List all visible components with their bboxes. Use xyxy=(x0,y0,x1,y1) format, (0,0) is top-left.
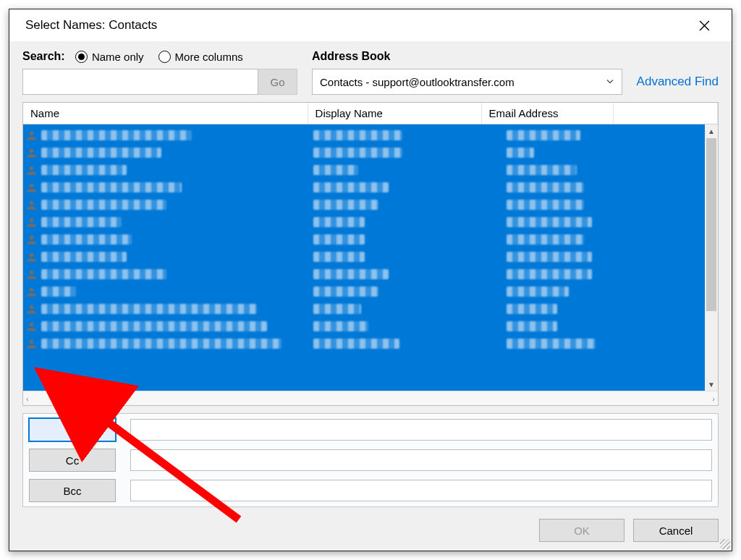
person-icon xyxy=(26,269,37,280)
person-icon xyxy=(26,148,37,158)
person-icon xyxy=(26,130,37,141)
table-row[interactable] xyxy=(26,336,700,352)
scroll-right-icon[interactable]: › xyxy=(712,394,715,403)
vertical-scrollbar[interactable]: ▲ ▼ xyxy=(705,124,718,391)
table-row[interactable] xyxy=(26,318,700,334)
search-input[interactable] xyxy=(22,69,258,95)
contacts-grid: Name Display Name Email Address ▲ ▼ ‹ › xyxy=(22,102,719,406)
ok-button[interactable]: OK xyxy=(539,519,624,542)
dialog-title: Select Names: Contacts xyxy=(25,18,157,33)
radio-name-only[interactable]: Name only xyxy=(75,51,144,63)
person-icon xyxy=(26,252,37,263)
advanced-find-link[interactable]: Advanced Find xyxy=(637,75,719,89)
cc-field[interactable] xyxy=(130,449,712,471)
radio-name-only-label: Name only xyxy=(92,51,144,63)
table-row[interactable] xyxy=(26,232,700,247)
close-button[interactable] xyxy=(688,9,720,41)
scroll-thumb[interactable] xyxy=(706,138,716,311)
address-book-selected: Contacts - support@outlooktransfer.com xyxy=(320,76,515,88)
go-button[interactable]: Go xyxy=(258,69,297,95)
titlebar: Select Names: Contacts xyxy=(9,9,732,41)
table-row[interactable] xyxy=(26,214,700,230)
person-icon xyxy=(26,321,37,332)
person-icon xyxy=(26,287,37,297)
table-row[interactable] xyxy=(26,145,700,161)
address-book-select[interactable]: Contacts - support@outlooktransfer.com xyxy=(312,69,622,95)
person-icon xyxy=(26,234,37,245)
scroll-down-icon[interactable]: ▼ xyxy=(705,378,718,391)
column-header-name[interactable]: Name xyxy=(23,103,308,124)
dialog-body: Search: Name only More columns Go xyxy=(9,41,732,551)
radio-more-columns-label: More columns xyxy=(175,51,243,63)
column-header-display-name[interactable]: Display Name xyxy=(308,103,482,124)
grid-rows[interactable] xyxy=(23,124,705,391)
person-icon xyxy=(26,304,37,315)
cc-button[interactable]: Cc xyxy=(29,449,116,472)
table-row[interactable] xyxy=(26,127,700,143)
person-icon xyxy=(26,200,37,211)
person-icon xyxy=(26,217,37,228)
address-book-label: Address Book xyxy=(312,50,719,63)
table-row[interactable] xyxy=(26,162,700,178)
table-row[interactable] xyxy=(26,284,700,300)
chevron-down-icon xyxy=(606,76,614,88)
table-row[interactable] xyxy=(26,197,700,213)
column-header-email[interactable]: Email Address xyxy=(482,103,614,124)
radio-more-columns[interactable]: More columns xyxy=(158,51,243,63)
recipients-area: To Cc Bcc xyxy=(22,413,719,507)
table-row[interactable] xyxy=(26,249,700,265)
select-names-dialog: Select Names: Contacts Search: Name only… xyxy=(9,9,732,551)
person-icon xyxy=(26,339,37,349)
bcc-field[interactable] xyxy=(130,480,712,501)
column-header-spacer xyxy=(614,103,718,124)
table-row[interactable] xyxy=(26,266,700,282)
scroll-up-icon[interactable]: ▲ xyxy=(705,124,718,137)
table-row[interactable] xyxy=(26,179,700,195)
radio-dot-icon xyxy=(75,51,88,63)
person-icon xyxy=(26,165,37,176)
scroll-left-icon[interactable]: ‹ xyxy=(26,394,29,403)
person-icon xyxy=(26,182,37,193)
cancel-button[interactable]: Cancel xyxy=(633,519,719,542)
bcc-button[interactable]: Bcc xyxy=(29,479,116,502)
grid-header: Name Display Name Email Address xyxy=(23,103,718,124)
search-label: Search: xyxy=(22,50,65,62)
to-button[interactable]: To xyxy=(29,418,116,441)
to-field[interactable] xyxy=(130,419,712,441)
horizontal-scrollbar[interactable]: ‹ › xyxy=(23,391,718,405)
radio-dot-icon xyxy=(158,51,171,63)
resize-grip-icon[interactable] xyxy=(720,539,730,549)
table-row[interactable] xyxy=(26,301,700,317)
